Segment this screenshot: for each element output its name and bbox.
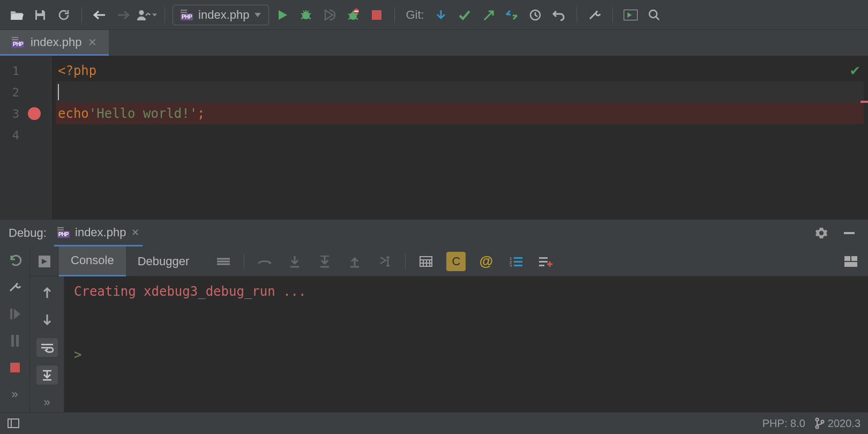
- run-anything-icon[interactable]: [620, 5, 641, 25]
- svg-text:3: 3: [510, 264, 512, 267]
- open-icon[interactable]: [6, 5, 27, 25]
- list-icon[interactable]: 123: [506, 252, 526, 271]
- console-rail: »: [30, 276, 64, 412]
- git-push-icon[interactable]: [478, 5, 498, 25]
- step-out-icon[interactable]: [345, 252, 364, 271]
- scroll-up-icon[interactable]: [36, 283, 58, 302]
- svg-rect-26: [539, 265, 544, 266]
- coverage-icon[interactable]: [319, 5, 340, 25]
- wrench-icon[interactable]: [6, 279, 24, 296]
- add-watch-icon[interactable]: [536, 252, 556, 271]
- editor-tabbar: PHP index.php ✕: [0, 30, 868, 56]
- step-over-icon[interactable]: [255, 252, 274, 271]
- separator: [81, 7, 82, 23]
- console-tab[interactable]: Console: [59, 246, 126, 276]
- svg-rect-28: [851, 256, 857, 261]
- settings-icon[interactable]: [585, 5, 605, 25]
- breakpoint-icon[interactable]: [28, 107, 41, 120]
- line-number: 1: [0, 64, 19, 78]
- svg-rect-11: [844, 232, 855, 234]
- scroll-down-icon[interactable]: [36, 310, 58, 329]
- svg-rect-25: [539, 261, 548, 263]
- debugger-tab[interactable]: Debugger: [126, 246, 201, 276]
- run-icon[interactable]: [272, 5, 293, 25]
- git-branch[interactable]: 2020.3: [815, 417, 860, 430]
- resume-icon[interactable]: [6, 305, 24, 323]
- expand-icon[interactable]: [34, 251, 55, 272]
- breakpoint-mark[interactable]: [860, 101, 868, 103]
- error-stripe[interactable]: [860, 56, 868, 219]
- run-config-selector[interactable]: PHP index.php: [173, 5, 269, 25]
- svg-rect-1: [37, 16, 43, 20]
- gutter[interactable]: 1 2 3 4: [0, 56, 51, 219]
- soft-wrap-icon[interactable]: [36, 338, 58, 357]
- php-version[interactable]: PHP: 8.0: [762, 417, 805, 430]
- search-icon[interactable]: [644, 5, 664, 25]
- line-number: 4: [0, 129, 19, 142]
- debug-header: Debug: PHP index.php ✕: [0, 220, 868, 246]
- console-output[interactable]: Creating xdebug3_debug_run ... >: [64, 276, 868, 412]
- svg-rect-15: [10, 363, 20, 372]
- git-sync-icon[interactable]: [502, 5, 522, 25]
- close-tab-icon[interactable]: ✕: [88, 36, 97, 49]
- separator: [244, 253, 244, 270]
- threads-icon[interactable]: [214, 252, 233, 271]
- line-number: 3: [0, 107, 19, 121]
- refresh-icon[interactable]: [54, 5, 74, 25]
- more-icon[interactable]: »: [6, 386, 24, 403]
- git-pull-icon[interactable]: [431, 5, 451, 25]
- layout-icon[interactable]: [841, 252, 860, 271]
- tab-filename: index.php: [31, 35, 81, 49]
- php-file-icon: PHP: [181, 10, 193, 20]
- svg-rect-30: [8, 419, 19, 428]
- git-commit-icon[interactable]: [454, 5, 475, 25]
- code-token: echo: [58, 106, 89, 121]
- debug-icon[interactable]: [296, 5, 316, 25]
- class-icon[interactable]: C: [446, 252, 466, 271]
- code-editor[interactable]: 1 2 3 4 <?php echo 'Hello world!'; ✔: [0, 56, 868, 219]
- branch-icon: [815, 417, 825, 429]
- stop-icon[interactable]: [366, 5, 387, 25]
- back-icon[interactable]: [89, 5, 110, 25]
- step-into-icon[interactable]: [285, 252, 304, 271]
- separator: [577, 7, 577, 23]
- svg-rect-13: [11, 335, 14, 347]
- minimize-icon[interactable]: [839, 223, 859, 243]
- debug-config-name: index.php: [75, 226, 126, 240]
- console-tab-label: Console: [71, 253, 114, 267]
- tool-window-toggle-icon[interactable]: [8, 418, 19, 428]
- status-bar: PHP: 8.0 2020.3: [0, 412, 868, 434]
- separator: [394, 7, 395, 23]
- svg-rect-12: [10, 309, 12, 319]
- branch-name: 2020.3: [828, 417, 860, 430]
- history-icon[interactable]: [525, 5, 545, 25]
- add-user-icon[interactable]: [137, 5, 157, 25]
- evaluate-icon[interactable]: [416, 252, 436, 271]
- editor-tab[interactable]: PHP index.php ✕: [0, 30, 109, 56]
- gear-icon[interactable]: [811, 223, 832, 243]
- stop-icon[interactable]: [6, 359, 24, 376]
- svg-rect-24: [539, 257, 548, 259]
- console-prompt[interactable]: >: [74, 347, 858, 362]
- rollback-icon[interactable]: [549, 5, 569, 25]
- force-step-into-icon[interactable]: [315, 252, 334, 271]
- more-icon[interactable]: »: [36, 393, 58, 412]
- debug-left-rail: »: [0, 246, 30, 412]
- save-icon[interactable]: [30, 5, 50, 25]
- debug-config-tab[interactable]: PHP index.php ✕: [54, 220, 143, 246]
- svg-rect-0: [37, 10, 42, 13]
- run-to-cursor-icon[interactable]: [375, 252, 394, 271]
- annotation-icon[interactable]: @: [476, 252, 496, 271]
- scroll-to-end-icon[interactable]: [36, 365, 58, 384]
- debug-listen-icon[interactable]: [343, 5, 363, 25]
- svg-point-31: [815, 418, 818, 421]
- inspection-ok-icon[interactable]: ✔: [850, 61, 859, 79]
- pause-icon[interactable]: [6, 332, 24, 349]
- forward-icon[interactable]: [113, 5, 133, 25]
- separator: [405, 253, 406, 270]
- svg-rect-29: [844, 262, 857, 267]
- rerun-icon[interactable]: [6, 252, 24, 269]
- debug-tool-window: Debug: PHP index.php ✕ » Console Debugge…: [0, 219, 868, 412]
- close-icon[interactable]: ✕: [131, 227, 139, 238]
- code-area[interactable]: <?php echo 'Hello world!'; ✔: [51, 56, 868, 219]
